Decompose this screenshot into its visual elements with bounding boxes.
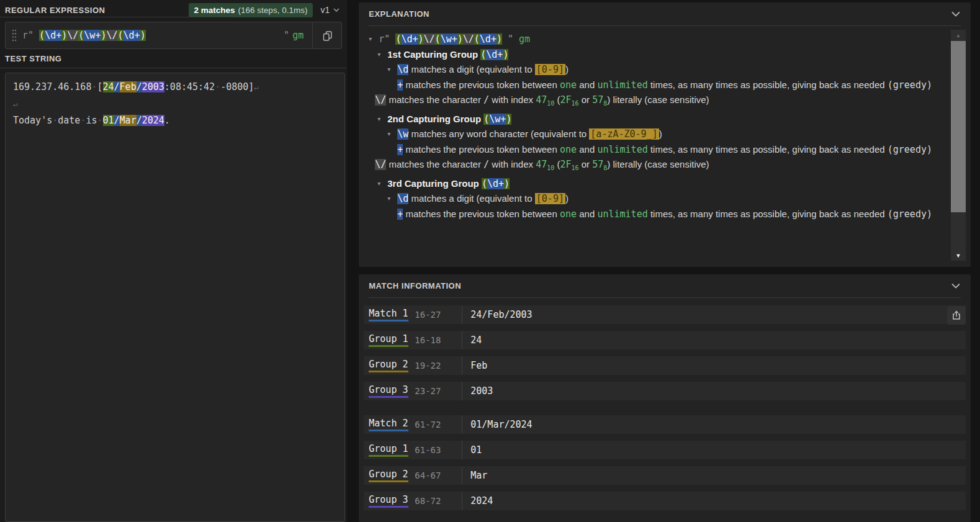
regex-version-dropdown[interactable]: v1 bbox=[313, 5, 346, 15]
match-label-cell: Group 1 bbox=[369, 333, 415, 347]
test-string-line: ↵ bbox=[13, 96, 337, 112]
divider bbox=[462, 466, 462, 485]
segment-b: 1st Capturing Group bbox=[387, 49, 480, 60]
divider bbox=[462, 356, 462, 375]
match-label[interactable]: Group 2 bbox=[369, 359, 408, 372]
match-row: Group 264-67Mar bbox=[364, 466, 966, 485]
segment-grp: ( bbox=[482, 178, 487, 189]
toggle-arrow-icon[interactable]: ▾ bbox=[387, 127, 397, 142]
toggle-arrow-icon[interactable]: ▾ bbox=[387, 62, 397, 78]
match-label-cell: Match 1 bbox=[369, 308, 415, 322]
toggle-arrow-icon[interactable]: ▾ bbox=[377, 176, 387, 192]
segment-t: matches a digit (equivalent to bbox=[408, 64, 534, 74]
regex-flags[interactable]: gm bbox=[292, 30, 303, 41]
segment-nl: ↵ bbox=[254, 83, 259, 92]
match-label[interactable]: Group 3 bbox=[369, 494, 408, 508]
segment-t: and bbox=[577, 144, 597, 155]
segment-sp: · bbox=[52, 115, 58, 126]
segment-sub: 10 bbox=[547, 100, 554, 107]
segment-m3: 2024 bbox=[142, 115, 164, 126]
match-range: 23-27 bbox=[415, 386, 462, 396]
segment-tok: + bbox=[397, 209, 403, 220]
segment-flag: gm bbox=[519, 34, 530, 45]
match-row: Group 323-272003 bbox=[364, 382, 966, 400]
explanation-row: \/ matches the character / with index 47… bbox=[369, 92, 932, 112]
segment-kw: unlimited bbox=[597, 144, 647, 155]
regex-input[interactable]: r" (\d+)\/(\w+)\/(\d+) " gm bbox=[5, 22, 342, 49]
drag-handle-icon[interactable] bbox=[12, 29, 17, 42]
match-row: Group 116-1824 bbox=[364, 331, 966, 349]
segment-set: [a-zA-Z0-9_] bbox=[589, 128, 659, 140]
explanation-panel: EXPLANATION ▾r" (\d+)\/(\w+)\/(\d+) " gm… bbox=[359, 2, 971, 267]
match-range: 61-63 bbox=[415, 445, 462, 455]
segment-t: . bbox=[164, 115, 170, 126]
match-label[interactable]: Group 1 bbox=[369, 443, 408, 457]
match-label[interactable]: Match 1 bbox=[369, 308, 408, 322]
export-matches-button[interactable] bbox=[947, 306, 966, 325]
right-column: EXPLANATION ▾r" (\d+)\/(\w+)\/(\d+) " gm… bbox=[359, 0, 980, 522]
segment-t: and bbox=[577, 79, 597, 90]
segment-tok: \d+ bbox=[487, 178, 504, 189]
regex-delimiter-close: " bbox=[278, 30, 289, 41]
segment-tok: \d+ bbox=[45, 30, 61, 41]
match-value: 24 bbox=[470, 335, 482, 346]
toggle-arrow-icon[interactable]: ▾ bbox=[377, 47, 387, 63]
segment-kw: 57 bbox=[592, 94, 603, 106]
segment-grp: ( bbox=[435, 34, 441, 45]
divider bbox=[0, 17, 230, 17]
explanation-text: + matches the previous token between one… bbox=[397, 78, 932, 93]
explanation-row: ▾r" (\d+)\/(\w+)\/(\d+) " gm bbox=[369, 32, 932, 47]
match-label[interactable]: Match 2 bbox=[369, 418, 408, 431]
match-range: 16-18 bbox=[415, 335, 462, 345]
scroll-down-icon[interactable]: ▼ bbox=[951, 253, 966, 259]
explanation-text: + matches the previous token between one… bbox=[397, 207, 932, 222]
scrollbar-thumb[interactable] bbox=[951, 41, 966, 212]
segment-esc: \/ bbox=[375, 94, 386, 106]
explanation-header: EXPLANATION bbox=[369, 2, 961, 26]
match-value: 24/Feb/2003 bbox=[470, 309, 532, 320]
explanation-row: + matches the previous token between one… bbox=[369, 142, 932, 158]
match-label-cell: Group 2 bbox=[369, 469, 415, 482]
segment-msep: / bbox=[137, 81, 142, 92]
explanation-tree: ▾r" (\d+)\/(\w+)\/(\d+) " gm▾1st Capturi… bbox=[359, 26, 971, 222]
segment-kw: one bbox=[560, 209, 577, 220]
version-label: v1 bbox=[320, 5, 330, 15]
toggle-arrow-icon[interactable]: ▾ bbox=[377, 112, 387, 127]
test-string-editor[interactable]: 169.237.46.168·[24/Feb/2003:08:45:42·-08… bbox=[5, 73, 345, 522]
segment-kw: one bbox=[560, 144, 577, 155]
divider bbox=[462, 331, 462, 349]
segment-t: times, as many times as possible, giving… bbox=[648, 144, 888, 155]
match-label[interactable]: Group 3 bbox=[369, 384, 408, 398]
segment-sub: 16 bbox=[572, 100, 579, 107]
collapse-explanation-icon[interactable] bbox=[951, 11, 961, 17]
scroll-up-icon[interactable]: ▲ bbox=[951, 30, 966, 41]
segment-grp: ( bbox=[483, 114, 489, 125]
regex-pattern[interactable]: (\d+)\/(\w+)\/(\d+) bbox=[39, 30, 146, 41]
match-row: Match 116-2724/Feb/2003 bbox=[364, 305, 966, 324]
left-column: REGULAR EXPRESSION 2 matches (166 steps,… bbox=[0, 0, 347, 522]
segment-tok: \d+ bbox=[486, 49, 503, 60]
explanation-row: ▾\d matches a digit (equivalent to [0-9]… bbox=[369, 191, 932, 207]
copy-regex-button[interactable] bbox=[313, 22, 341, 48]
export-icon bbox=[951, 310, 962, 321]
match-label[interactable]: Group 1 bbox=[369, 333, 408, 347]
match-value: Feb bbox=[470, 360, 487, 371]
match-label[interactable]: Group 2 bbox=[369, 469, 408, 482]
segment-t: matches a digit (equivalent to bbox=[408, 193, 534, 204]
segment-msep: / bbox=[114, 81, 120, 92]
match-range: 64-67 bbox=[415, 470, 462, 480]
segment-t: times, as many times as possible, giving… bbox=[648, 79, 888, 90]
collapse-match-information-icon[interactable] bbox=[951, 283, 961, 289]
explanation-scrollbar[interactable]: ▲ ▼ bbox=[951, 30, 966, 261]
toggle-arrow-icon[interactable]: ▾ bbox=[387, 191, 397, 207]
segment-msep: / bbox=[137, 115, 142, 126]
explanation-text: + matches the previous token between one… bbox=[397, 142, 932, 158]
segment-b: 2nd Capturing Group bbox=[387, 114, 483, 124]
regex-section-header: REGULAR EXPRESSION 2 matches (166 steps,… bbox=[0, 0, 347, 20]
segment-t: matches any word character (equivalent t… bbox=[408, 128, 589, 139]
segment-sp: · bbox=[97, 115, 102, 126]
toggle-arrow-icon[interactable]: ▾ bbox=[369, 32, 379, 47]
segment-kw: 47 bbox=[536, 159, 547, 170]
segment-kw: unlimited bbox=[597, 79, 647, 91]
segment-set: [0-9] bbox=[535, 64, 565, 75]
